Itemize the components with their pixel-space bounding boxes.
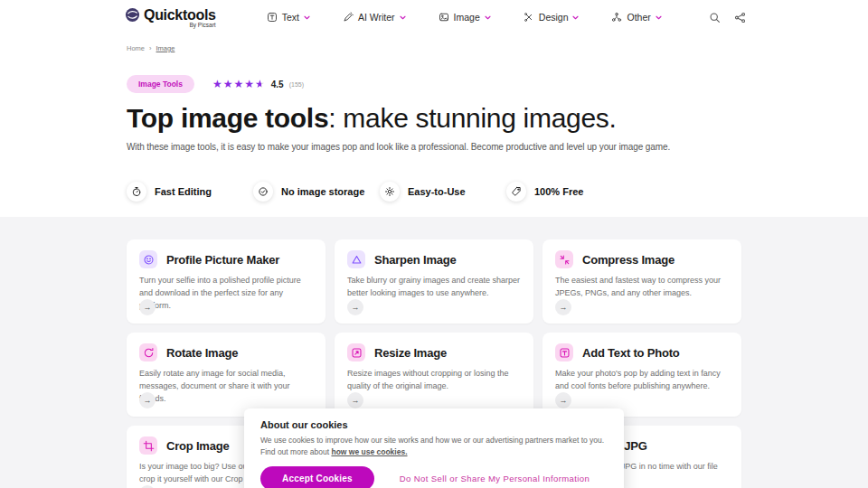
rating: ★★★★★ 4.5 (155) [212,79,304,89]
cookie-banner-title: About our cookies [260,419,608,430]
card-rotate-image[interactable]: Rotate Image Easily rotate any image for… [127,333,326,417]
nav-item-other[interactable]: Other [611,12,661,23]
other-icon [611,12,622,23]
feature-no-storage: No image storage [253,182,380,202]
card-title: Resize Image [374,346,447,360]
feature-label: No image storage [281,186,364,197]
chevron-down-icon [400,15,406,20]
card-description: Make your photo's pop by adding text in … [555,368,729,393]
brand-logo[interactable]: Quicktools By Picsart [125,7,216,28]
card-title: Compress Image [582,253,675,267]
do-not-sell-link[interactable]: Do Not Sell or Share My Personal Informa… [400,474,590,483]
stopwatch-icon [127,182,146,202]
cookie-policy-link[interactable]: how we use cookies. [331,447,407,456]
share-icon[interactable] [734,12,746,23]
header: Quicktools By Picsart Text AI Writer Ima… [0,0,868,34]
feature-fast-editing: Fast Editing [127,182,253,202]
nav-label: Design [539,12,569,23]
card-description: Easily rotate any image for social media… [139,368,313,406]
rotate-icon [139,343,157,361]
feature-easy-to-use: Easy-to-Use [380,182,506,202]
card-description: Take blurry or grainy images and create … [347,275,521,300]
cookie-banner-body: We use cookies to improve how our site w… [260,435,608,458]
arrow-right-icon[interactable]: → [139,299,156,315]
nav-label: AI Writer [358,12,395,23]
chevron-down-icon [485,15,491,20]
smiley-icon [139,250,157,268]
nav-item-ai-writer[interactable]: AI Writer [343,12,406,23]
quicktools-logo-icon [125,7,140,23]
card-title: Crop Image [166,439,230,453]
category-badge: Image Tools [127,75,194,93]
arrow-right-icon[interactable]: → [347,299,363,315]
arrow-right-icon[interactable]: → [555,299,571,315]
breadcrumb-current[interactable]: Image [156,44,175,52]
arrow-right-icon[interactable]: → [555,392,571,408]
rating-value: 4.5 [271,80,284,89]
card-description: Resize images without cropping or losing… [347,368,521,393]
card-title: Rotate Image [166,346,238,360]
hero: Image Tools ★★★★★ 4.5 (155) Top image to… [0,75,868,202]
rating-count: (155) [289,81,304,88]
arrow-right-icon[interactable]: → [139,392,156,408]
page-title: Top image tools: make stunning images. [127,103,868,134]
card-sharpen-image[interactable]: Sharpen Image Take blurry or grainy imag… [335,239,533,324]
chevron-down-icon [572,15,579,20]
page-subtitle: With these image tools, it is easy to ma… [127,142,723,152]
text-icon [267,12,278,23]
main-nav: Text AI Writer Image Design Other [267,12,662,23]
nav-label: Image [454,12,480,23]
arrow-right-icon[interactable]: → [347,392,363,408]
check-circle-icon [253,182,273,202]
card-add-text-to-photo[interactable]: Add Text to Photo Make your photo's pop … [542,333,741,417]
card-title: Profile Picture Maker [166,253,279,267]
brightness-icon [380,182,400,202]
ai-writer-icon [343,12,354,23]
feature-label: Fast Editing [155,186,212,197]
crop-icon [139,436,157,455]
feature-label: 100% Free [534,186,583,197]
breadcrumb-separator: › [149,44,152,52]
tag-icon [506,182,526,202]
nav-item-design[interactable]: Design [524,12,580,23]
nav-item-text[interactable]: Text [267,12,310,23]
feature-free: 100% Free [506,182,633,202]
image-icon [439,12,449,23]
nav-item-image[interactable]: Image [439,12,491,23]
compress-icon [555,250,573,268]
card-title: Sharpen Image [374,253,457,267]
add-text-icon [555,343,573,361]
card-description: The easiest and fastest way to compress … [555,275,729,300]
card-title: Add Text to Photo [582,346,680,360]
accept-cookies-button[interactable]: Accept Cookies [260,466,374,488]
cookie-banner: About our cookies We use cookies to impr… [244,408,624,488]
card-profile-picture-maker[interactable]: Profile Picture Maker Turn your selfie i… [127,239,326,324]
card-compress-image[interactable]: Compress Image The easiest and fastest w… [542,239,741,324]
triangle-icon [347,250,365,268]
feature-label: Easy-to-Use [408,186,466,197]
nav-label: Other [627,12,650,23]
card-resize-image[interactable]: Resize Image Resize images without cropp… [335,333,533,417]
design-icon [524,12,534,23]
card-description: Turn your selfie into a polished profile… [139,275,313,313]
resize-icon [347,343,365,361]
star-rating-icons: ★★★★★ [212,79,266,89]
header-actions [709,12,746,23]
chevron-down-icon [304,15,310,20]
chevron-down-icon [656,15,662,20]
feature-highlights: Fast Editing No image storage Easy-to-Us… [127,182,868,202]
breadcrumb: Home › Image [127,44,868,52]
nav-label: Text [282,12,299,23]
half-star-icon: ★ [255,78,266,90]
breadcrumb-home[interactable]: Home [127,44,145,52]
search-icon[interactable] [709,12,721,23]
brand-byline: By Picsart [189,22,215,28]
